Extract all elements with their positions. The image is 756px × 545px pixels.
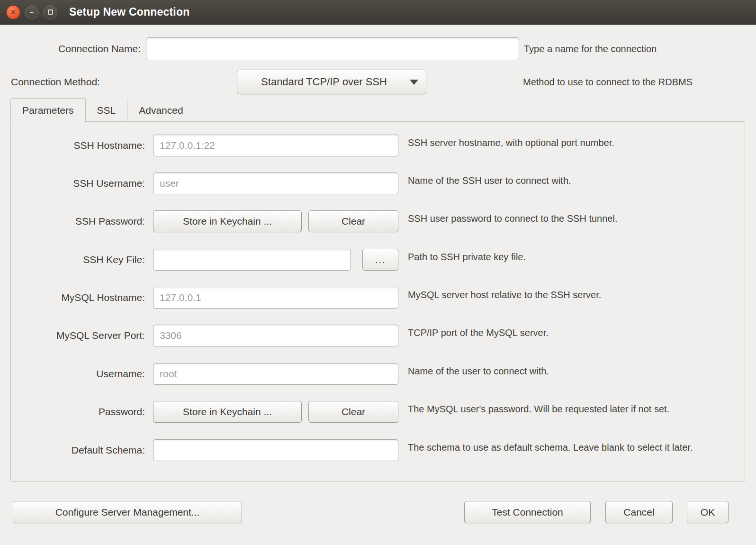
tab-advanced[interactable]: Advanced — [127, 99, 195, 122]
tab-bar: Parameters SSL Advanced — [10, 98, 195, 122]
mysql-clear-password-button[interactable]: Clear — [308, 401, 398, 423]
ssh-key-file-input[interactable] — [153, 249, 351, 271]
connection-name-hint: Type a name for the connection — [524, 37, 657, 60]
mysql-password-row: Password: Store in Keychain ... Clear Th… — [11, 401, 745, 423]
ssh-hostname-row: SSH Hostname: SSH server hostname, with … — [11, 135, 745, 156]
connection-method-selected: Standard TCP/IP over SSH — [245, 76, 403, 88]
connection-method-hint: Method to use to connect to the RDBMS — [523, 70, 693, 94]
mysql-port-hint: TCP/IP port of the MySQL server. — [408, 327, 729, 339]
chevron-down-icon — [410, 80, 418, 85]
tab-ssl[interactable]: SSL — [86, 99, 128, 122]
mysql-username-label: Username: — [11, 363, 145, 385]
ssh-username-label: SSH Username: — [11, 173, 145, 194]
configure-server-management-button[interactable]: Configure Server Management... — [13, 501, 242, 523]
default-schema-input[interactable] — [153, 439, 398, 461]
mysql-username-input[interactable] — [153, 363, 398, 385]
test-connection-button[interactable]: Test Connection — [464, 501, 591, 523]
ssh-username-input[interactable] — [153, 173, 398, 194]
default-schema-row: Default Schema: The schema to use as def… — [11, 439, 745, 461]
mysql-hostname-row: MySQL Hostname: MySQL server host relati… — [11, 287, 745, 309]
mysql-port-row: MySQL Server Port: TCP/IP port of the My… — [11, 325, 745, 346]
ssh-key-file-hint: Path to SSH private key file. — [408, 251, 729, 263]
minimize-button[interactable]: − — [25, 5, 39, 19]
ssh-store-in-keychain-button[interactable]: Store in Keychain ... — [153, 210, 302, 232]
ssh-username-row: SSH Username: Name of the SSH user to co… — [11, 173, 745, 194]
cancel-button[interactable]: Cancel — [605, 501, 673, 523]
window-controls: ✕ − — [6, 5, 57, 19]
setup-new-connection-dialog: ✕ − Setup New Connection Connection Name… — [0, 0, 756, 545]
ok-button[interactable]: OK — [687, 501, 729, 523]
connection-method-label: Connection Method: — [11, 70, 100, 94]
ssh-hostname-hint: SSH server hostname, with optional port … — [408, 137, 729, 149]
maximize-icon — [48, 9, 53, 15]
default-schema-hint: The schema to use as default schema. Lea… — [408, 442, 729, 454]
mysql-store-in-keychain-button[interactable]: Store in Keychain ... — [153, 401, 302, 423]
tab-parameters[interactable]: Parameters — [10, 98, 86, 122]
ssh-username-hint: Name of the SSH user to connect with. — [408, 175, 729, 187]
default-schema-label: Default Schema: — [11, 439, 145, 461]
ssh-password-hint: SSH user password to connect to the SSH … — [408, 213, 729, 225]
mysql-password-label: Password: — [11, 401, 145, 423]
titlebar: ✕ − Setup New Connection — [0, 0, 756, 25]
mysql-hostname-input[interactable] — [153, 287, 398, 309]
mysql-hostname-label: MySQL Hostname: — [11, 287, 145, 309]
ssh-hostname-input[interactable] — [153, 135, 398, 156]
ssh-hostname-label: SSH Hostname: — [11, 135, 145, 156]
mysql-username-row: Username: Name of the user to connect wi… — [11, 363, 745, 385]
maximize-button[interactable] — [43, 5, 57, 19]
window-title: Setup New Connection — [69, 6, 189, 18]
connection-name-input[interactable] — [146, 37, 519, 60]
ssh-key-file-browse-button[interactable]: ... — [362, 249, 398, 271]
close-button[interactable]: ✕ — [6, 5, 20, 19]
ssh-password-row: SSH Password: Store in Keychain ... Clea… — [11, 210, 745, 232]
parameters-panel: SSH Hostname: SSH server hostname, with … — [10, 121, 745, 481]
mysql-port-label: MySQL Server Port: — [11, 325, 145, 346]
ssh-password-label: SSH Password: — [11, 210, 145, 232]
ssh-clear-password-button[interactable]: Clear — [308, 210, 398, 232]
connection-method-dropdown[interactable]: Standard TCP/IP over SSH — [237, 70, 426, 94]
mysql-hostname-hint: MySQL server host relative to the SSH se… — [408, 289, 729, 301]
mysql-username-hint: Name of the user to connect with. — [408, 365, 729, 377]
mysql-password-hint: The MySQL user's password. Will be reque… — [408, 403, 729, 415]
ssh-key-file-row: SSH Key File: ... Path to SSH private ke… — [11, 249, 745, 271]
mysql-port-input[interactable] — [153, 325, 398, 346]
connection-name-label: Connection Name: — [0, 37, 141, 60]
ssh-key-file-label: SSH Key File: — [11, 249, 145, 271]
